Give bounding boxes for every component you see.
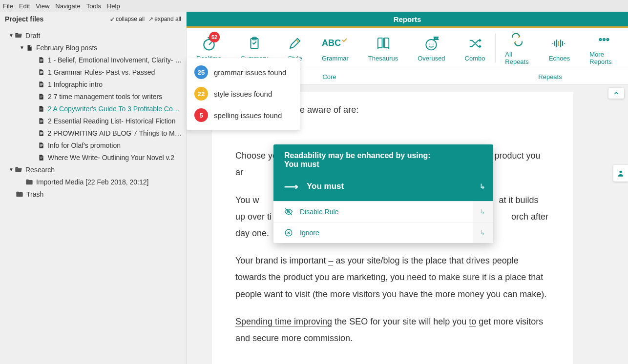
doc-text: the SEO for your site will help you — [332, 317, 469, 326]
tree-folder-feb[interactable]: ▼ February Blog posts — [0, 41, 186, 54]
svg-rect-7 — [40, 84, 42, 85]
subtab-repeats[interactable]: Repeats — [472, 69, 628, 84]
document-icon — [25, 44, 33, 52]
tool-echoes[interactable]: Echoes — [539, 28, 580, 69]
tree-label: 2 7 time management tools for writers — [48, 93, 162, 101]
tree-label: Info for Olaf's promotion — [48, 142, 121, 149]
tree-label: 2 Essential Reading List- Historical Fic… — [48, 117, 175, 125]
tree-folder-research[interactable]: ▼ Research — [0, 163, 186, 176]
apply-arrow-icon: ↳ — [480, 208, 485, 216]
menu-view[interactable]: View — [36, 2, 49, 10]
svg-rect-26 — [40, 158, 42, 159]
arrow-right-icon: ⟶ — [284, 181, 298, 192]
document-icon — [37, 68, 45, 76]
project-tree: ▼ Draft ▼ February Blog posts 1 - Belief… — [0, 26, 186, 203]
underlined-text[interactable]: Spending time improving — [235, 317, 332, 327]
svg-rect-11 — [40, 97, 42, 98]
clipboard-icon — [247, 35, 262, 52]
underlined-text[interactable]: – — [328, 256, 333, 266]
issue-grammar-row[interactable]: 25 grammar issues found — [187, 61, 300, 83]
tree-file[interactable]: 2 7 time management tools for writers — [0, 90, 186, 102]
expand-all-button[interactable]: ↗ expand all — [148, 16, 181, 22]
issue-label: style issues found — [214, 90, 272, 98]
tree-label: Imported Media [22 Feb 2018, 20:12] — [36, 178, 148, 186]
popup-ignore[interactable]: Ignore ↳ — [273, 222, 493, 243]
document-icon — [37, 56, 45, 64]
svg-rect-9 — [40, 96, 42, 96]
issue-spelling-row[interactable]: 5 spelling issues found — [187, 104, 300, 126]
tree-label: February Blog posts — [36, 44, 97, 52]
svg-text:zz: zz — [434, 36, 439, 40]
tool-more-reports[interactable]: More Reports — [580, 28, 628, 69]
svg-point-35 — [607, 39, 608, 40]
svg-rect-2 — [40, 61, 42, 61]
tool-grammar[interactable]: ABC Grammar — [312, 28, 358, 69]
sleepy-face-icon: zz — [423, 35, 439, 52]
right-gutter — [599, 85, 628, 364]
underlined-text[interactable]: to — [469, 317, 476, 327]
tree-file[interactable]: 2 Essential Reading List- Historical Fic… — [0, 115, 186, 127]
tree-folder-imported[interactable]: Imported Media [22 Feb 2018, 20:12] — [0, 176, 186, 188]
tool-thesaurus[interactable]: Thesaurus — [358, 28, 408, 69]
issue-style-row[interactable]: 22 style issues found — [187, 83, 300, 104]
tree-file[interactable]: Info for Olaf's promotion — [0, 139, 186, 151]
menubar: File Edit View Navigate Tools Help — [0, 0, 628, 12]
tree-folder-trash[interactable]: Trash — [0, 188, 186, 200]
menu-edit[interactable]: Edit — [19, 2, 30, 10]
tree-folder-draft[interactable]: ▼ Draft — [0, 29, 186, 41]
tree-file[interactable]: 1 - Belief, Emotional Involvement, Clari… — [0, 54, 186, 66]
svg-rect-19 — [40, 133, 42, 134]
svg-rect-16 — [40, 121, 42, 121]
pencil-icon — [288, 35, 302, 52]
tool-label: Overused — [418, 55, 445, 62]
tree-label: 2 PROWRITING AID BLOG 7 Things to Master — [47, 129, 183, 137]
collapse-label: collapse all — [116, 16, 145, 22]
popup-title: Readability may be enhanced by using: — [284, 151, 482, 160]
document-icon — [37, 142, 45, 149]
book-icon — [375, 35, 392, 52]
person-button[interactable] — [613, 165, 628, 182]
tree-label: 1 - Belief, Emotional Involvement, Clari… — [48, 56, 183, 64]
menu-file[interactable]: File — [3, 2, 13, 10]
tree-file[interactable]: 1 Infographic intro — [0, 78, 186, 90]
sidebar: Project files ↙ collapse all ↗ expand al… — [0, 12, 187, 364]
tree-label: 1 Infographic intro — [48, 81, 103, 88]
svg-rect-20 — [40, 134, 42, 134]
scroll-top-button[interactable] — [608, 88, 624, 99]
svg-rect-15 — [40, 120, 42, 121]
sidebar-title: Project files — [5, 15, 43, 23]
document-icon — [37, 93, 45, 101]
tool-combo[interactable]: Combo — [455, 28, 495, 69]
menu-help[interactable]: Help — [107, 2, 120, 10]
popup-apply-suggestion[interactable]: ⟶ You must ↳ — [273, 176, 493, 201]
tree-file-selected[interactable]: 2 A Copywriter's Guide To 3 Profitable C… — [0, 102, 186, 115]
eye-off-icon — [284, 207, 293, 216]
popup-disable-rule[interactable]: Disable Rule ↳ — [273, 201, 493, 222]
tool-label: More Reports — [589, 51, 618, 65]
svg-rect-0 — [40, 59, 42, 60]
menu-navigate[interactable]: Navigate — [55, 2, 80, 10]
svg-point-34 — [603, 39, 605, 40]
chevron-down-icon: ▼ — [9, 167, 14, 172]
menu-tools[interactable]: Tools — [86, 2, 101, 10]
tree-file[interactable]: 2 PROWRITING AID BLOG 7 Things to Master — [0, 127, 186, 139]
tool-label: Echoes — [549, 55, 570, 62]
tool-label: Grammar — [322, 55, 349, 62]
folder-icon — [25, 178, 33, 186]
popup-header: Readability may be enhanced by using: Yo… — [273, 144, 493, 176]
svg-point-31 — [426, 40, 437, 50]
document-icon — [37, 105, 45, 113]
document-icon — [37, 117, 45, 125]
tool-all-repeats[interactable]: All Repeats — [495, 28, 539, 69]
collapse-all-button[interactable]: ↙ collapse all — [110, 16, 145, 22]
tree-label: Research — [25, 166, 55, 174]
tree-file[interactable]: 1 Grammar Rules- Past vs. Passed — [0, 66, 186, 78]
tool-overused[interactable]: zz Overused — [408, 28, 455, 69]
suggestion-text: You must — [307, 182, 344, 191]
tree-file[interactable]: Where We Write- Outlining Your Novel v.2 — [0, 151, 186, 163]
issue-count-badge: 22 — [194, 87, 208, 101]
abc-check-icon: ABC — [322, 35, 348, 52]
document-icon — [37, 81, 45, 88]
svg-text:ABC: ABC — [322, 38, 341, 48]
issue-count-badge: 25 — [194, 65, 208, 79]
